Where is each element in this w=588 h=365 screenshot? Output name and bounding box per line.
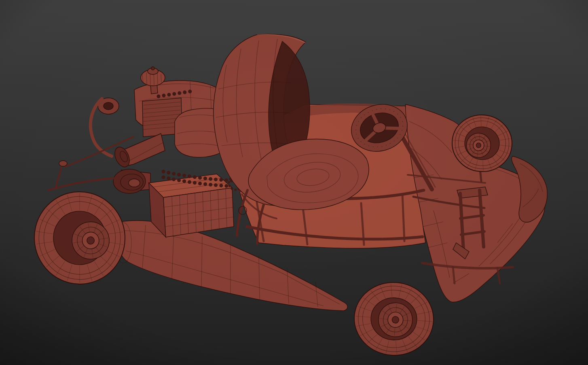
go-kart-render[interactable] (0, 0, 588, 365)
viewport-canvas[interactable] (0, 0, 588, 365)
vignette-overlay (0, 0, 588, 365)
